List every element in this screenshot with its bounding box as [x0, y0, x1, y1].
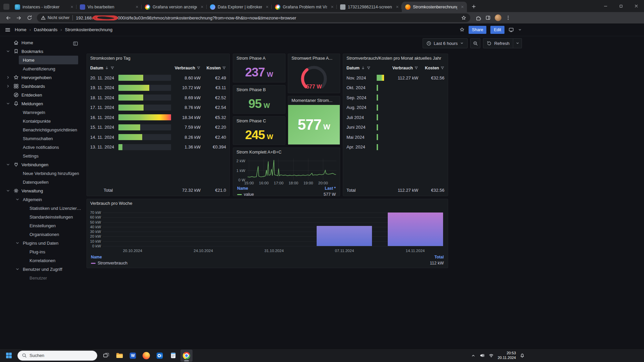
reload-button[interactable]	[25, 13, 34, 22]
monthly-col-datum[interactable]: Datum	[346, 66, 375, 70]
tray-overflow-icon[interactable]	[471, 353, 476, 358]
firefox-button[interactable]	[140, 350, 152, 362]
panel-title[interactable]: Strom Komplett A+B+C	[233, 148, 340, 156]
kiosk-mode-icon[interactable]	[508, 27, 514, 33]
panel-title[interactable]: Stromwert Phase A...	[288, 54, 340, 62]
sidebar-item-hervorgehoben[interactable]: Hervorgehoben	[0, 73, 82, 82]
browser-tab[interactable]: instances - ioBroker	[11, 2, 76, 12]
sidebar-item-authentifizierung[interactable]: Authentifizierung	[0, 64, 82, 73]
new-tab-button[interactable]	[469, 2, 478, 11]
chevron-down-icon[interactable]	[5, 188, 11, 193]
window-minimize-button[interactable]	[598, 0, 613, 12]
legend-name-header[interactable]: Name	[91, 255, 102, 259]
sidebar-item-entdecken[interactable]: Entdecken	[0, 90, 82, 99]
sidebar-item-plugins-und-daten[interactable]: Plugins und Daten	[0, 239, 82, 247]
chevron-down-icon[interactable]	[5, 162, 11, 167]
sidebar-item-benutzer[interactable]: Benutzer	[0, 274, 82, 282]
dock-menu-icon[interactable]	[73, 41, 78, 46]
time-range-picker[interactable]: Last 6 hours	[423, 38, 468, 48]
chevron-down-icon[interactable]	[15, 267, 20, 272]
taskbar-search[interactable]: Suchen	[17, 351, 97, 361]
sidebar-item-dashboards[interactable]: Dashboards	[0, 82, 82, 90]
browser-tab[interactable]: Stromkostenberechnung - Das	[402, 2, 467, 12]
notepad-button[interactable]	[167, 350, 179, 362]
back-button[interactable]	[3, 13, 13, 22]
sidebar-item-verbindungen[interactable]: Verbindungen	[0, 160, 82, 169]
chrome-button[interactable]	[180, 350, 193, 362]
filter-icon[interactable]	[110, 66, 114, 70]
panel-title[interactable]: Stromverbrauch/Kosten pro Monat aktuelle…	[343, 54, 448, 62]
sidebar-item-verwaltung[interactable]: Verwaltung	[0, 186, 82, 195]
legend-row-value[interactable]: value 577 W	[237, 192, 336, 197]
panel-title[interactable]: Strom Phase A	[233, 54, 285, 62]
zoom-out-button[interactable]	[470, 38, 480, 48]
browser-tab[interactable]: 1732129862114-screenshot-65	[337, 2, 402, 12]
sidebar-item-kontaktpunkte[interactable]: Kontaktpunkte	[0, 117, 82, 125]
daily-col-kosten[interactable]: Kosten	[203, 66, 226, 70]
daily-col-datum[interactable]: Datum	[90, 66, 116, 70]
bookmark-star-icon[interactable]	[461, 15, 466, 20]
edit-button[interactable]: Edit	[490, 26, 504, 34]
tab-close-icon[interactable]	[134, 5, 140, 8]
sidebar-item-home[interactable]: Home	[19, 56, 78, 64]
sidebar-item-organisationen[interactable]: Organisationen	[0, 230, 82, 239]
window-maximize-button[interactable]	[613, 0, 629, 12]
browser-tab[interactable]: Grafana Problem mit Visu+ioB	[272, 2, 337, 12]
chevron-down-icon[interactable]	[5, 49, 11, 54]
browser-logo-icon[interactable]	[3, 4, 9, 10]
sidebar-item-neue-verbindung-hinzufügen[interactable]: Neue Verbindung hinzufügen	[0, 169, 82, 178]
start-button[interactable]	[3, 350, 15, 362]
chevron-right-icon[interactable]	[5, 84, 11, 88]
share-button[interactable]: Share	[469, 26, 486, 34]
filter-icon[interactable]	[197, 66, 201, 70]
side-panel-icon[interactable]	[485, 15, 491, 20]
sidebar-item-datenquellen[interactable]: Datenquellen	[0, 178, 82, 186]
sidebar-item-meldungen[interactable]: Meldungen	[0, 99, 82, 108]
panel-title[interactable]: Stromkosten pro Tag	[87, 54, 229, 62]
extensions-icon[interactable]	[476, 15, 481, 21]
profile-avatar[interactable]	[495, 14, 501, 21]
tab-close-icon[interactable]	[329, 5, 335, 8]
sidebar-item-allgemein[interactable]: Allgemein	[0, 195, 82, 204]
taskbar-clock[interactable]: 20:53 20.11.2024	[498, 351, 516, 360]
forward-button[interactable]	[14, 13, 23, 22]
sidebar-item-home[interactable]: Home	[0, 38, 82, 47]
legend-last-header[interactable]: Last *	[325, 186, 336, 191]
sidebar-item-settings[interactable]: Settings	[0, 152, 82, 160]
breadcrumb-home[interactable]: Home	[15, 27, 26, 32]
sidebar-item-warnregeln[interactable]: Warnregeln	[0, 108, 82, 117]
favorite-star-icon[interactable]	[460, 27, 465, 32]
monthly-col-kosten[interactable]: Kosten	[420, 66, 444, 70]
network-icon[interactable]	[489, 353, 494, 358]
browser-tab[interactable]: Data Explorer | ioBroker | Influx	[207, 2, 272, 12]
browser-menu-icon[interactable]	[505, 15, 511, 20]
word-button[interactable]: W	[127, 350, 139, 362]
file-explorer-button[interactable]	[113, 350, 125, 362]
sidebar-item-einstellungen[interactable]: Einstellungen	[0, 221, 82, 230]
tab-close-icon[interactable]	[394, 5, 400, 8]
browser-tab[interactable]: Vis bearbeiten	[76, 2, 142, 12]
refresh-button[interactable]: Refresh	[483, 38, 513, 48]
chevron-down-icon[interactable]	[15, 197, 20, 202]
sidebar-item-active-notifications[interactable]: Active notifications	[0, 143, 82, 152]
sidebar-item-benachrichtigungsrichtlinien[interactable]: Benachrichtigungsrichtlinien	[0, 125, 82, 134]
filter-icon[interactable]	[414, 66, 418, 70]
panel-title[interactable]: Strom Phase C	[233, 117, 285, 124]
notification-center-icon[interactable]	[520, 353, 525, 358]
filter-icon[interactable]	[367, 66, 371, 70]
breadcrumb-dashboards[interactable]: Dashboards	[34, 27, 57, 32]
filter-icon[interactable]	[222, 66, 226, 70]
sidebar-item-standardeinstellungen[interactable]: Standardeinstellungen	[0, 213, 82, 221]
sidebar-item-benutzer-und-zugriff[interactable]: Benutzer und Zugriff	[0, 265, 82, 274]
tab-close-icon[interactable]	[69, 5, 74, 8]
sidebar-item-plug-ins[interactable]: Plug-ins	[0, 247, 82, 256]
mega-menu-toggle-icon[interactable]	[5, 27, 11, 33]
chevron-down-icon[interactable]	[15, 241, 20, 245]
daily-col-verbrauch[interactable]: Verbrauch	[173, 66, 201, 70]
chevron-down-icon[interactable]	[5, 101, 11, 106]
volume-icon[interactable]	[480, 353, 485, 358]
tab-close-icon[interactable]	[199, 5, 205, 8]
legend-name-header[interactable]: Name	[237, 186, 248, 191]
panel-title[interactable]: Momentaner Strom...	[288, 96, 340, 104]
panel-title[interactable]: Verbrauch pro Woche	[87, 199, 448, 207]
